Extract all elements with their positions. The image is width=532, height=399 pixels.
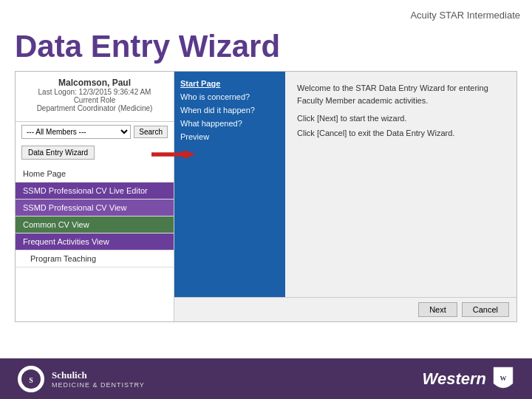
schulich-logo: S Schulich MEDICINE & DENTISTRY — [18, 366, 145, 392]
dept-coordinator: Department Coordinator (Medicine) — [23, 104, 166, 112]
wizard-footer: Next Cancel — [174, 297, 516, 321]
left-panel: Malcomson, Paul Last Logon: 12/3/2015 9:… — [16, 72, 174, 321]
step-start-page[interactable]: Start Page — [180, 79, 279, 88]
main-heading: Data Entry Wizard — [0, 30, 532, 71]
last-logon-label: Last Logon: — [38, 88, 77, 96]
nav-program-teaching[interactable]: Program Teaching — [16, 250, 174, 267]
data-entry-wizard-btn-wrapper: Data Entry Wizard — [16, 142, 174, 166]
member-select-wrapper: --- All Members --- Search — [16, 122, 174, 142]
svg-marker-0 — [151, 150, 196, 159]
click-next-text: Click [Next] to start the wizard. — [297, 114, 505, 123]
search-button[interactable]: Search — [134, 126, 168, 138]
nav-common-cv[interactable]: Common CV View — [16, 216, 174, 233]
data-entry-wizard-button[interactable]: Data Entry Wizard — [21, 146, 95, 160]
western-text: Western — [423, 369, 486, 389]
click-cancel-text: Click [Cancel] to exit the Data Entry Wi… — [297, 129, 505, 137]
schulich-circle-icon: S — [18, 366, 44, 392]
step-what-happened[interactable]: What happened? — [180, 119, 279, 128]
last-logon: Last Logon: 12/3/2015 9:36:42 AM — [23, 88, 166, 96]
page-footer: S Schulich MEDICINE & DENTISTRY Western … — [0, 358, 532, 399]
screenshot-container: Malcomson, Paul Last Logon: 12/3/2015 9:… — [15, 71, 517, 322]
nav-ssmd-cv-live[interactable]: SSMD Professional CV Live Editor — [16, 183, 174, 200]
schulich-text-group: Schulich MEDICINE & DENTISTRY — [52, 369, 145, 389]
user-info: Malcomson, Paul Last Logon: 12/3/2015 9:… — [16, 72, 174, 122]
step-when-happened[interactable]: When did it happen? — [180, 106, 279, 115]
nav-ssmd-cv-view[interactable]: SSMD Professional CV View — [16, 200, 174, 216]
top-bar: Acuity STAR Intermediate — [0, 0, 532, 30]
main-area: Start Page Who is concerned? When did it… — [174, 72, 516, 321]
schulich-sub: MEDICINE & DENTISTRY — [52, 381, 145, 389]
cancel-button[interactable]: Cancel — [462, 302, 509, 317]
welcome-text: Welcome to the STAR Data Entry Wizard fo… — [297, 82, 505, 106]
arrow-icon — [151, 146, 196, 163]
nav-home-page[interactable]: Home Page — [16, 166, 174, 183]
western-logo: Western W — [423, 366, 514, 392]
svg-text:S: S — [29, 376, 33, 384]
next-button[interactable]: Next — [418, 302, 457, 317]
step-preview[interactable]: Preview — [180, 132, 279, 141]
steps-column: Start Page Who is concerned? When did it… — [174, 72, 285, 297]
svg-text:W: W — [500, 375, 507, 382]
step-who-concerned[interactable]: Who is concerned? — [180, 92, 279, 101]
last-logon-value: 12/3/2015 9:36:42 AM — [79, 88, 151, 96]
member-select[interactable]: --- All Members --- — [21, 125, 131, 139]
nav-menu: Home Page SSMD Professional CV Live Edit… — [16, 166, 174, 321]
wizard-area: Start Page Who is concerned? When did it… — [174, 72, 516, 297]
nav-frequent-activities[interactable]: Frequent Activities View — [16, 233, 174, 250]
western-shield-icon: W — [492, 366, 514, 392]
schulich-emblem: S — [21, 369, 41, 389]
schulich-name: Schulich — [52, 369, 145, 381]
user-name: Malcomson, Paul — [23, 78, 166, 88]
current-role-label: Current Role — [23, 96, 166, 104]
content-column: Welcome to the STAR Data Entry Wizard fo… — [285, 72, 516, 297]
app-title: Acuity STAR Intermediate — [410, 10, 520, 21]
